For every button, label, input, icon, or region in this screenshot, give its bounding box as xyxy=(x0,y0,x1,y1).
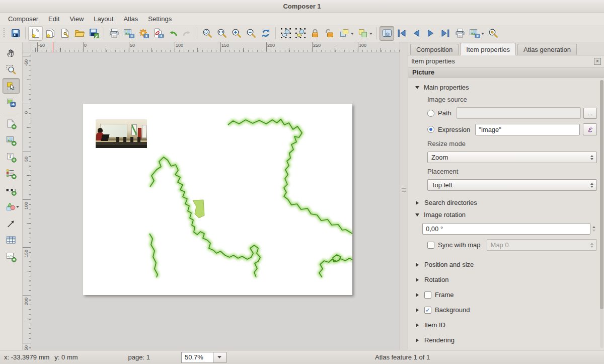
lock-items-button[interactable] xyxy=(308,26,322,41)
raise-items-button[interactable] xyxy=(337,26,351,41)
export-as-svg-button[interactable] xyxy=(136,26,150,41)
add-arrow-button[interactable] xyxy=(3,215,20,231)
refresh-view-button[interactable] xyxy=(258,26,273,41)
atlas-last-feature-button[interactable] xyxy=(438,26,452,41)
composer-manager-button[interactable] xyxy=(57,26,72,41)
path-radio[interactable] xyxy=(427,110,434,117)
new-composition-button[interactable] xyxy=(28,26,43,41)
add-html-button[interactable]: </> xyxy=(3,249,20,264)
menu-settings[interactable]: Settings xyxy=(143,14,177,24)
menu-edit[interactable]: Edit xyxy=(43,14,64,24)
main-properties-group[interactable]: Main properties xyxy=(415,84,597,91)
tab-atlas-generation[interactable]: Atlas generation xyxy=(517,44,577,55)
unlock-items-button[interactable] xyxy=(322,26,337,41)
tab-item-properties[interactable]: Item properties xyxy=(460,43,516,55)
section-item-id[interactable]: Item ID xyxy=(415,321,597,329)
composer-canvas[interactable]: -50050100150200250300350 -50050100150200… xyxy=(23,42,408,350)
menu-view[interactable]: View xyxy=(64,14,89,24)
add-scalebar-button[interactable] xyxy=(3,182,20,198)
section-position-and-size[interactable]: Position and size xyxy=(415,261,597,268)
zoom-in-button[interactable] xyxy=(229,26,244,41)
expand-arrow-icon xyxy=(416,278,419,282)
placement-combo[interactable]: Top left xyxy=(427,179,597,191)
ruler-tick xyxy=(358,42,358,52)
load-template-button[interactable] xyxy=(72,26,87,41)
save-as-template-button[interactable] xyxy=(87,26,101,41)
atlas-preview-button[interactable] xyxy=(380,26,394,41)
expression-input[interactable] xyxy=(475,124,580,135)
ruler-corner xyxy=(23,42,31,52)
splitter-grip[interactable] xyxy=(402,188,406,193)
picture-item[interactable] xyxy=(96,119,147,148)
move-item-content-button[interactable] xyxy=(293,26,308,41)
section-background[interactable]: ✓Background xyxy=(415,306,597,314)
sync-with-map-checkbox[interactable] xyxy=(427,242,434,249)
frame-checkbox[interactable] xyxy=(424,292,431,299)
zoom-level-combo[interactable] xyxy=(181,352,226,363)
map-combo[interactable]: Map 0 xyxy=(487,239,597,251)
expand-arrow-icon xyxy=(416,338,419,342)
background-checkbox[interactable]: ✓ xyxy=(424,307,431,314)
group-items-button[interactable] xyxy=(355,26,370,41)
zoom-actual-button[interactable]: 1:1 xyxy=(214,26,229,41)
atlas-first-feature-button[interactable] xyxy=(394,26,409,41)
toolbar-handle[interactable] xyxy=(3,28,6,38)
zoom-full-button[interactable] xyxy=(200,26,214,41)
section-label: Item ID xyxy=(424,321,445,329)
redo-button[interactable] xyxy=(180,26,194,41)
export-atlas-button[interactable] xyxy=(467,26,482,41)
expression-label: Expression xyxy=(438,126,470,133)
atlas-settings-button[interactable] xyxy=(486,26,500,41)
section-frame[interactable]: Frame xyxy=(415,291,597,299)
zoom-level-input[interactable] xyxy=(181,352,213,363)
atlas-preview-icon xyxy=(382,28,393,39)
atlas-next-feature-button[interactable] xyxy=(423,26,438,41)
add-shape-button[interactable] xyxy=(3,199,20,214)
expression-builder-button[interactable]: ε xyxy=(583,123,597,135)
zoom-dropdown-button[interactable] xyxy=(213,352,226,363)
undo-button[interactable] xyxy=(165,26,180,41)
add-label-button[interactable]: T xyxy=(3,149,20,165)
expression-radio[interactable] xyxy=(427,126,434,133)
export-image-icon xyxy=(469,28,480,39)
section-rendering[interactable]: Rendering xyxy=(415,336,597,344)
add-new-map-button[interactable] xyxy=(3,116,20,131)
menu-atlas[interactable]: Atlas xyxy=(118,14,143,24)
print-button[interactable] xyxy=(107,26,121,41)
search-directories-group[interactable]: Search directories xyxy=(415,199,597,206)
add-image-button[interactable] xyxy=(3,132,20,148)
zoom-tool-button[interactable] xyxy=(3,61,20,77)
canvas-scrollbar[interactable] xyxy=(400,42,408,350)
panel-scrollbar[interactable] xyxy=(600,80,603,348)
pan-button[interactable] xyxy=(3,45,20,60)
canvas-viewport[interactable] xyxy=(31,52,400,350)
close-panel-icon[interactable]: × xyxy=(594,58,601,65)
spin-arrows-icon[interactable] xyxy=(590,226,597,232)
atlas-previous-feature-button[interactable] xyxy=(409,26,423,41)
print-atlas-button[interactable] xyxy=(452,26,467,41)
export-image-icon xyxy=(123,28,134,39)
select-move-item-button[interactable] xyxy=(278,26,293,41)
composition-page[interactable] xyxy=(83,104,352,295)
resize-mode-combo[interactable]: Zoom xyxy=(427,152,597,163)
move-content-tool-button[interactable] xyxy=(3,95,20,110)
add-legend-button[interactable] xyxy=(3,166,20,181)
panel-scrollbar-thumb[interactable] xyxy=(600,80,603,309)
add-attribute-table-button[interactable] xyxy=(3,232,20,248)
export-as-image-button[interactable] xyxy=(121,26,136,41)
duplicate-composition-button[interactable] xyxy=(43,26,57,41)
save-project-button[interactable] xyxy=(8,26,23,41)
section-rotation[interactable]: Rotation xyxy=(415,276,597,283)
export-as-pdf-button[interactable] xyxy=(150,26,165,41)
arrow-prev-icon xyxy=(411,28,422,39)
menu-composer[interactable]: Composer xyxy=(3,14,43,24)
menu-layout[interactable]: Layout xyxy=(89,14,118,24)
expand-arrow-icon xyxy=(416,293,419,297)
rotation-spinbox[interactable] xyxy=(422,223,590,235)
browse-button[interactable]: ... xyxy=(583,108,597,119)
select-move-item-tool-button[interactable] xyxy=(3,78,20,94)
path-input[interactable] xyxy=(457,107,581,119)
image-rotation-group[interactable]: Image rotation xyxy=(415,211,597,219)
tab-composition[interactable]: Composition xyxy=(410,44,459,55)
zoom-out-button[interactable] xyxy=(244,26,258,41)
